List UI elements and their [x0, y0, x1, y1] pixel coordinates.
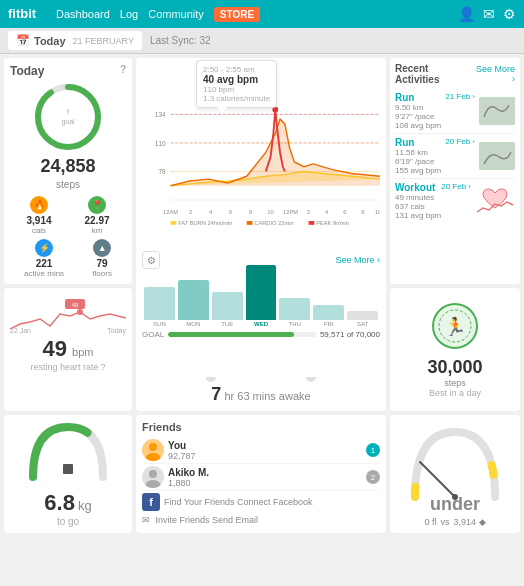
activity-stat3-run2: 155 avg bpm	[395, 166, 475, 175]
activity-gear-btn[interactable]: ⚙	[142, 251, 160, 269]
svg-text:10: 10	[375, 209, 380, 215]
friends-title: Friends	[142, 421, 380, 433]
svg-text:78: 78	[158, 168, 166, 175]
bar-mon: MON	[178, 280, 209, 327]
hr-date-end: Today	[107, 327, 126, 334]
fb-connect-btn[interactable]: f Find Your Friends Connect Facebook	[142, 491, 380, 513]
svg-text:10: 10	[267, 209, 273, 215]
activity-item-workout[interactable]: Workout 20 Feb › 49 minutes 637 cals 131…	[395, 179, 515, 223]
svg-text:12AM: 12AM	[163, 209, 178, 215]
today-button[interactable]: 📅 Today 21 FEBRUARY	[8, 31, 142, 50]
svg-text:2: 2	[189, 209, 192, 215]
friend-steps-akiko: 1,880	[168, 478, 209, 488]
activity-name-run2: Run	[395, 137, 414, 148]
sleep-hours: 7	[211, 384, 221, 404]
water-vs: vs	[440, 517, 449, 527]
calories-stat: 🔥 3,914 cals	[26, 196, 51, 235]
weight-value: 6.8	[44, 490, 75, 515]
today-help-icon[interactable]: ?	[120, 64, 126, 78]
sleep-mins: 63 mins awake	[237, 390, 310, 402]
invite-btn[interactable]: ✉ Invite Friends Send Email	[142, 513, 380, 527]
friends-card: Friends You 92,787 1 Akiko M. 1,880	[136, 415, 386, 533]
recent-see-more[interactable]: See More ›	[472, 62, 515, 86]
steps-ring: ! goal	[10, 82, 126, 152]
svg-point-2	[38, 87, 98, 147]
bestday-steps: 30,000	[427, 357, 482, 378]
nav-log[interactable]: Log	[120, 8, 138, 20]
nav-links: Dashboard Log Community STORE	[56, 7, 260, 22]
activity-date-run2[interactable]: 20 Feb ›	[445, 137, 475, 148]
bar-sun: SUN	[144, 287, 175, 327]
nav-store[interactable]: STORE	[214, 7, 260, 22]
svg-text:12PM: 12PM	[283, 209, 298, 215]
friend-name-you: You	[168, 440, 196, 451]
tooltip-time: 2:50 - 2:55 am	[203, 65, 270, 74]
weight-label: to go	[57, 516, 79, 527]
activity-date-run1[interactable]: 21 Feb ›	[445, 92, 475, 103]
sub-nav: 📅 Today 21 FEBRUARY Last Sync: 32	[0, 28, 524, 54]
svg-text:134: 134	[155, 111, 166, 118]
activity-see-more[interactable]: See More ›	[335, 253, 380, 267]
activity-stat2-run1: 9'27" /pace	[395, 112, 475, 121]
floors-stat: ▲ 79 floors	[92, 239, 112, 278]
steps-count: 24,858	[10, 156, 126, 177]
svg-text:4: 4	[325, 209, 328, 215]
svg-rect-37	[309, 221, 315, 225]
sync-label: Last Sync: 32	[150, 35, 211, 46]
svg-text:6: 6	[343, 209, 346, 215]
today-label: Today	[34, 35, 66, 47]
fb-label: Find Your Friends Connect Facebook	[164, 497, 313, 507]
svg-point-53	[452, 494, 458, 500]
weight-unit: kg	[78, 498, 92, 513]
activity-stat1-workout: 49 minutes	[395, 193, 471, 202]
svg-text:110: 110	[155, 140, 166, 147]
distance-label: km	[92, 226, 103, 235]
activity-stat1-run1: 9.50 km	[395, 103, 475, 112]
activity-item-run1[interactable]: Run 21 Feb › 9.50 km 9'27" /pace 108 avg…	[395, 89, 515, 134]
svg-text:4: 4	[209, 209, 212, 215]
water-target: 3,914 ◆	[453, 517, 485, 527]
activity-map-run2	[479, 142, 515, 170]
friend-steps-you: 92,787	[168, 451, 196, 461]
svg-rect-35	[247, 221, 253, 225]
svg-line-52	[420, 462, 455, 497]
svg-point-42	[77, 309, 83, 315]
tooltip-zone: 110 bpm	[203, 85, 270, 94]
friend-akiko[interactable]: Akiko M. 1,880 2	[142, 464, 380, 491]
activity-stat3-workout: 131 avg bpm	[395, 211, 471, 220]
resting-hr-sublabel: resting heart rate	[30, 362, 98, 372]
today-title-label: Today	[10, 64, 44, 78]
profile-icon[interactable]: 👤	[458, 6, 475, 22]
recent-activities-card: Recent Activities See More › Run 21 Feb …	[390, 58, 520, 284]
svg-text:CARDIO 22min: CARDIO 22min	[254, 220, 293, 226]
svg-text:2: 2	[307, 209, 310, 215]
resting-hr-help[interactable]: ?	[101, 362, 106, 372]
svg-point-50	[149, 443, 157, 451]
friend-you[interactable]: You 92,787 1	[142, 437, 380, 464]
activity-stat2-run2: 6'19" /pace	[395, 157, 475, 166]
nav-dashboard[interactable]: Dashboard	[56, 8, 110, 20]
nav-community[interactable]: Community	[148, 8, 204, 20]
activity-item-run2[interactable]: Run 20 Feb › 11.56 km 6'19" /pace 155 av…	[395, 134, 515, 179]
activity-stat3-run1: 108 avg bpm	[395, 121, 475, 130]
settings-icon[interactable]: ⚙	[503, 6, 516, 22]
flame-icon: 🔥	[30, 196, 48, 214]
svg-text:8: 8	[249, 209, 252, 215]
activity-card: ⚙ See More › SUN MON TUE	[136, 247, 386, 377]
svg-text:🏃: 🏃	[444, 316, 467, 338]
svg-text:fitbit: fitbit	[8, 6, 37, 21]
svg-rect-39	[479, 97, 515, 125]
bar-sat: SAT	[347, 311, 378, 327]
bestday-label: steps	[444, 378, 466, 388]
activity-date-workout[interactable]: 20 Feb ›	[441, 182, 471, 193]
friend-name-akiko: Akiko M.	[168, 467, 209, 478]
calories-value: 3,914	[26, 215, 51, 226]
lightning-icon: ⚡	[35, 239, 53, 257]
tooltip-bpm: 40 avg bpm	[203, 74, 270, 85]
message-icon[interactable]: ✉	[483, 6, 495, 22]
svg-rect-49	[63, 464, 73, 474]
resting-bpm-label: bpm	[72, 346, 93, 358]
bar-wed: WED	[246, 265, 277, 327]
activity-info-run1: Run 21 Feb › 9.50 km 9'27" /pace 108 avg…	[395, 92, 475, 130]
friend-avatar-you	[142, 439, 164, 461]
